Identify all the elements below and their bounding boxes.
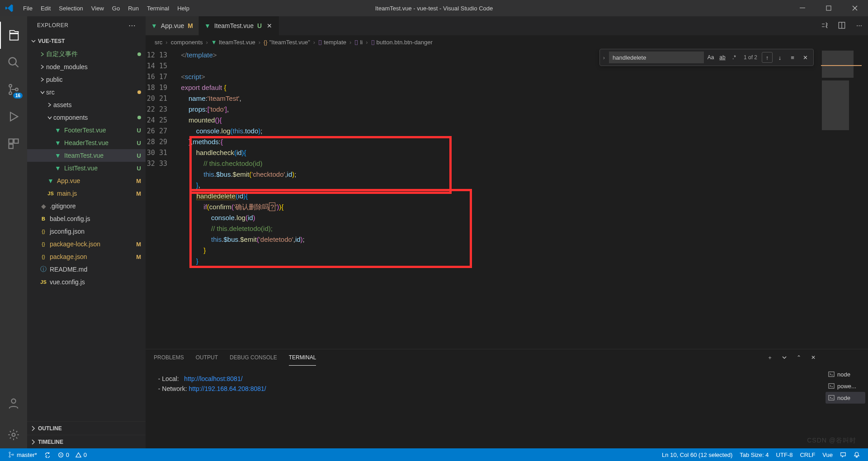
file-package[interactable]: {} package.json M bbox=[27, 250, 146, 263]
editor-tabs: ▼ App.vue M ▼ IteamTest.vue U ✕ bbox=[146, 16, 868, 35]
terminal-output[interactable]: - Local: http://localhost:8081/ - Networ… bbox=[146, 366, 823, 448]
find-selection-icon[interactable]: ≡ bbox=[787, 52, 798, 63]
menu-help[interactable]: Help bbox=[173, 0, 193, 16]
status-eol[interactable]: CRLF bbox=[796, 452, 819, 458]
status-sync[interactable] bbox=[41, 448, 54, 461]
status-bell-icon[interactable] bbox=[850, 452, 863, 458]
breadcrumb-sym3[interactable]: ⌷li bbox=[354, 39, 363, 46]
file-mainjs[interactable]: JS main.js M bbox=[27, 187, 146, 200]
code-editor[interactable]: </template> <script> export default { na… bbox=[177, 49, 818, 349]
breadcrumb-sym2[interactable]: ⌷template bbox=[318, 39, 346, 46]
file-footertest[interactable]: ▼ FooterTest.vue U bbox=[27, 124, 146, 136]
tree-label: public bbox=[46, 76, 63, 83]
find-next-icon[interactable]: ↓ bbox=[774, 52, 785, 63]
folder-components[interactable]: components bbox=[27, 111, 146, 124]
panel-tab-debug[interactable]: DEBUG CONSOLE bbox=[230, 349, 277, 366]
folder-public[interactable]: public bbox=[27, 73, 146, 86]
file-readme[interactable]: ⓘ README.md bbox=[27, 263, 146, 276]
folder-assets[interactable]: assets bbox=[27, 99, 146, 111]
find-close-icon[interactable]: ✕ bbox=[800, 52, 811, 63]
menu-run[interactable]: Run bbox=[124, 0, 143, 16]
match-case-icon[interactable]: Aa bbox=[706, 52, 716, 62]
breadcrumb-file[interactable]: ▼IteamTest.vue bbox=[211, 39, 255, 46]
menu-file[interactable]: File bbox=[19, 0, 37, 16]
source-control-icon[interactable]: 16 bbox=[0, 76, 27, 103]
file-gitignore[interactable]: ◆ .gitignore bbox=[27, 200, 146, 212]
compare-changes-icon[interactable] bbox=[818, 19, 831, 32]
menu-go[interactable]: Go bbox=[108, 0, 124, 16]
outline-section[interactable]: OUTLINE bbox=[27, 421, 146, 435]
status-branch[interactable]: master* bbox=[5, 448, 41, 461]
panel-tab-problems[interactable]: PROBLEMS bbox=[154, 349, 184, 366]
tab-badge: M bbox=[188, 22, 193, 29]
close-panel-icon[interactable]: ✕ bbox=[808, 353, 818, 362]
status-indent[interactable]: Tab Size: 4 bbox=[736, 452, 772, 458]
file-headertest[interactable]: ▼ HeaderTest.vue U bbox=[27, 136, 146, 149]
svg-point-17 bbox=[12, 454, 14, 455]
match-word-icon[interactable]: ab bbox=[717, 52, 727, 62]
menu-selection[interactable]: Selection bbox=[55, 0, 87, 16]
breadcrumb-src[interactable]: src bbox=[155, 39, 162, 46]
panel-tab-terminal[interactable]: TERMINAL bbox=[289, 349, 316, 366]
folder-custom-event[interactable]: 自定义事件 bbox=[27, 48, 146, 61]
menu-view[interactable]: View bbox=[87, 0, 108, 16]
menu-edit[interactable]: Edit bbox=[37, 0, 55, 16]
accounts-icon[interactable] bbox=[0, 390, 27, 417]
status-language[interactable]: Vue bbox=[819, 452, 836, 458]
tab-app-vue[interactable]: ▼ App.vue M bbox=[146, 16, 199, 35]
minimap[interactable] bbox=[818, 49, 868, 349]
file-babelconfig[interactable]: B babel.config.js bbox=[27, 212, 146, 225]
settings-gear-icon[interactable] bbox=[0, 421, 27, 448]
extensions-icon[interactable] bbox=[0, 130, 27, 157]
minimize-button[interactable] bbox=[789, 0, 816, 16]
breadcrumb-components[interactable]: components bbox=[171, 39, 203, 46]
svg-point-4 bbox=[9, 92, 12, 94]
split-editor-icon[interactable] bbox=[835, 19, 848, 32]
maximize-button[interactable] bbox=[816, 0, 842, 16]
file-listtest[interactable]: ▼ ListTest.vue U bbox=[27, 162, 146, 174]
tree-root[interactable]: VUE-TEST bbox=[27, 34, 146, 48]
status-problems[interactable]: 0 0 bbox=[54, 448, 90, 461]
explorer-icon[interactable] bbox=[0, 22, 27, 49]
folder-src[interactable]: src bbox=[27, 86, 146, 99]
regex-icon[interactable]: .* bbox=[729, 52, 739, 62]
status-bar: master* 0 0 Ln 10, Col 60 (12 selected) … bbox=[0, 448, 868, 461]
search-icon[interactable] bbox=[0, 49, 27, 76]
status-cursor[interactable]: Ln 10, Col 60 (12 selected) bbox=[658, 452, 736, 458]
new-terminal-icon[interactable]: ＋ bbox=[765, 353, 775, 362]
panel-tab-output[interactable]: OUTPUT bbox=[196, 349, 218, 366]
file-packagelock[interactable]: {} package-lock.json M bbox=[27, 238, 146, 250]
svg-rect-7 bbox=[14, 139, 18, 143]
sidebar-more-icon[interactable]: ⋯ bbox=[128, 21, 136, 30]
terminal-dropdown-icon[interactable] bbox=[779, 353, 789, 362]
terminal-item-node[interactable]: node bbox=[826, 368, 865, 380]
terminal-item-powershell[interactable]: powe... bbox=[826, 380, 865, 392]
git-dot bbox=[137, 90, 141, 94]
file-iteamtest[interactable]: ▼ IteamTest.vue U bbox=[27, 149, 146, 162]
file-jsconfig[interactable]: {} jsconfig.json bbox=[27, 225, 146, 238]
editor-more-icon[interactable]: ⋯ bbox=[853, 19, 865, 32]
status-encoding[interactable]: UTF-8 bbox=[773, 452, 797, 458]
file-appvue[interactable]: ▼ App.vue M bbox=[27, 174, 146, 187]
find-prev-icon[interactable]: ↑ bbox=[762, 52, 773, 63]
tab-close-icon[interactable]: ✕ bbox=[265, 22, 274, 29]
close-button[interactable] bbox=[842, 0, 868, 16]
menu-terminal[interactable]: Terminal bbox=[143, 0, 173, 16]
folder-node-modules[interactable]: node_modules bbox=[27, 61, 146, 73]
maximize-panel-icon[interactable]: ⌃ bbox=[794, 353, 804, 362]
tab-iteamtest-vue[interactable]: ▼ IteamTest.vue U ✕ bbox=[199, 16, 279, 35]
git-status: M bbox=[136, 254, 141, 260]
git-dot bbox=[137, 116, 141, 119]
tree-label: vue.config.js bbox=[50, 278, 85, 286]
terminal-item-node2[interactable]: node bbox=[826, 392, 865, 404]
find-expand-icon[interactable]: › bbox=[601, 54, 607, 61]
status-feedback-icon[interactable] bbox=[836, 452, 850, 458]
timeline-section[interactable]: TIMELINE bbox=[27, 435, 146, 448]
breadcrumb-sym1[interactable]: {}"IteamTest.vue" bbox=[264, 39, 310, 46]
run-debug-icon[interactable] bbox=[0, 103, 27, 130]
git-status: M bbox=[136, 190, 141, 197]
svg-rect-0 bbox=[800, 8, 805, 8]
find-input[interactable] bbox=[609, 52, 704, 63]
file-vueconfig[interactable]: JS vue.config.js bbox=[27, 276, 146, 288]
breadcrumb-sym4[interactable]: ⌷button.btn.btn-danger bbox=[371, 39, 433, 46]
